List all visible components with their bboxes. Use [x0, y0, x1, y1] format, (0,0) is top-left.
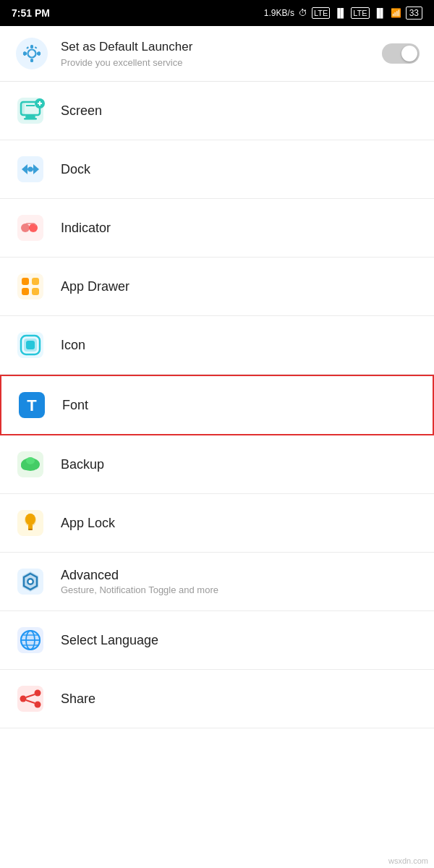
indicator-icon — [14, 212, 46, 244]
svg-rect-30 — [22, 288, 29, 295]
icon-icon — [14, 329, 46, 361]
menu-items-container: Screen Dock Indicator App Drawer Icon — [0, 82, 434, 728]
menu-item-dock[interactable]: Dock — [0, 140, 434, 199]
settings-list: Set as Default Launcher Provide you exce… — [0, 26, 434, 728]
svg-point-63 — [20, 696, 27, 702]
app-drawer-icon — [14, 271, 46, 302]
clock-icon: ⏱ — [299, 8, 307, 18]
launcher-title: Set as Default Launcher — [61, 39, 382, 55]
screen-icon — [14, 95, 46, 127]
menu-item-select-language[interactable]: Select Language — [0, 611, 434, 670]
svg-point-46 — [25, 514, 35, 525]
launcher-icon — [14, 36, 49, 71]
svg-rect-12 — [25, 116, 35, 118]
dock-icon — [14, 153, 46, 185]
lte2-icon: LTE — [351, 7, 369, 19]
toggle-knob — [401, 46, 417, 61]
signal2-icon: ▐▌ — [374, 8, 386, 18]
svg-rect-13 — [24, 118, 37, 120]
applock-icon — [14, 507, 46, 539]
launcher-item[interactable]: Set as Default Launcher Provide you exce… — [0, 26, 434, 82]
icon-title: Icon — [61, 338, 420, 353]
menu-item-share[interactable]: Share — [0, 670, 434, 728]
wifi-icon: 📶 — [391, 8, 401, 18]
menu-item-backup[interactable]: Backup — [0, 435, 434, 494]
select-language-icon — [14, 624, 46, 656]
status-bar: 7:51 PM 1.9KB/s ⏱ LTE ▐▌ LTE ▐▌ 📶 33 — [0, 0, 434, 26]
menu-item-indicator[interactable]: Indicator — [0, 199, 434, 258]
svg-rect-29 — [32, 278, 39, 285]
watermark: wsxdn.com — [388, 856, 428, 865]
menu-item-app-drawer[interactable]: App Drawer — [0, 258, 434, 316]
svg-point-23 — [28, 167, 33, 172]
battery-icon: 33 — [406, 7, 422, 20]
svg-rect-35 — [26, 341, 35, 349]
advanced-title: Advanced — [61, 568, 420, 583]
default-launcher-toggle[interactable] — [382, 43, 420, 64]
app-drawer-title: App Drawer — [61, 279, 420, 294]
font-icon: T — [16, 389, 48, 421]
menu-item-screen[interactable]: Screen — [0, 82, 434, 140]
svg-rect-27 — [17, 273, 43, 299]
backup-title: Backup — [61, 457, 420, 472]
svg-point-0 — [16, 38, 48, 69]
status-icons: 1.9KB/s ⏱ LTE ▐▌ LTE ▐▌ 📶 33 — [264, 7, 422, 20]
dock-title: Dock — [61, 162, 420, 177]
share-title: Share — [61, 692, 420, 707]
launcher-subtitle: Provide you excellent service — [61, 57, 382, 68]
menu-item-icon[interactable]: Icon — [0, 316, 434, 375]
indicator-title: Indicator — [61, 221, 420, 236]
svg-point-64 — [35, 702, 41, 708]
menu-item-applock[interactable]: App Lock — [0, 494, 434, 553]
select-language-title: Select Language — [61, 633, 420, 648]
svg-rect-28 — [22, 278, 29, 285]
svg-rect-15 — [21, 102, 25, 115]
applock-title: App Lock — [61, 516, 420, 531]
svg-rect-3 — [30, 59, 33, 62]
screen-title: Screen — [61, 103, 420, 119]
share-icon — [14, 683, 46, 715]
menu-item-font[interactable]: T Font — [0, 375, 434, 435]
signal-icon: ▐▌ — [334, 8, 346, 18]
svg-text:T: T — [27, 396, 37, 414]
backup-icon — [14, 448, 46, 480]
svg-point-62 — [35, 690, 41, 697]
advanced-icon — [14, 566, 46, 597]
svg-point-42 — [26, 457, 35, 464]
svg-rect-48 — [28, 529, 33, 530]
advanced-subtitle: Gesture, Notification Toggle and more — [61, 584, 420, 595]
svg-point-53 — [29, 580, 33, 584]
svg-rect-31 — [32, 288, 39, 295]
lte-icon: LTE — [312, 7, 330, 19]
font-title: Font — [62, 398, 418, 413]
network-speed: 1.9KB/s — [264, 8, 294, 18]
svg-point-26 — [29, 224, 38, 232]
menu-item-advanced[interactable]: AdvancedGesture, Notification Toggle and… — [0, 553, 434, 611]
status-time: 7:51 PM — [12, 7, 50, 19]
